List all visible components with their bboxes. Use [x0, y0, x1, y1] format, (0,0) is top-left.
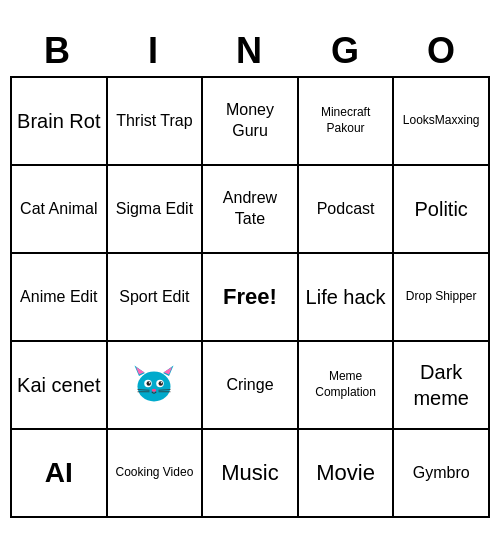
svg-point-7: [147, 381, 152, 386]
cell-14[interactable]: Drop Shipper: [394, 254, 490, 342]
svg-point-11: [152, 389, 157, 392]
cell-21[interactable]: Cooking Video: [108, 430, 204, 518]
cell-6[interactable]: Sigma Edit: [108, 166, 204, 254]
bingo-grid: Brain Rot Thrist Trap Money Guru Minecra…: [10, 76, 490, 518]
cell-15[interactable]: Kai cenet: [12, 342, 108, 430]
cell-16-icon[interactable]: [108, 342, 204, 430]
svg-point-0: [138, 372, 171, 402]
cell-20[interactable]: AI: [12, 430, 108, 518]
svg-point-8: [159, 381, 164, 386]
cell-9[interactable]: Politic: [394, 166, 490, 254]
header-n: N: [202, 26, 298, 76]
cell-4[interactable]: LooksMaxxing: [394, 78, 490, 166]
cell-1[interactable]: Thrist Trap: [108, 78, 204, 166]
panther-icon: [124, 355, 184, 415]
cell-11[interactable]: Sport Edit: [108, 254, 204, 342]
cell-23[interactable]: Movie: [299, 430, 395, 518]
cell-13[interactable]: Life hack: [299, 254, 395, 342]
header-g: G: [298, 26, 394, 76]
cell-12-free[interactable]: Free!: [203, 254, 299, 342]
cell-8[interactable]: Podcast: [299, 166, 395, 254]
bingo-header: B I N G O: [10, 26, 490, 76]
cell-7[interactable]: Andrew Tate: [203, 166, 299, 254]
cell-22[interactable]: Music: [203, 430, 299, 518]
header-b: B: [10, 26, 106, 76]
header-o: O: [394, 26, 490, 76]
bingo-card: B I N G O Brain Rot Thrist Trap Money Gu…: [10, 26, 490, 518]
header-i: I: [106, 26, 202, 76]
cell-10[interactable]: Anime Edit: [12, 254, 108, 342]
svg-point-9: [149, 382, 151, 384]
cell-2[interactable]: Money Guru: [203, 78, 299, 166]
cell-17[interactable]: Cringe: [203, 342, 299, 430]
cell-19[interactable]: Dark meme: [394, 342, 490, 430]
cell-24[interactable]: Gymbro: [394, 430, 490, 518]
cell-18[interactable]: Meme Complation: [299, 342, 395, 430]
cell-5[interactable]: Cat Animal: [12, 166, 108, 254]
cell-0[interactable]: Brain Rot: [12, 78, 108, 166]
cell-3[interactable]: Minecraft Pakour: [299, 78, 395, 166]
svg-point-10: [161, 382, 163, 384]
